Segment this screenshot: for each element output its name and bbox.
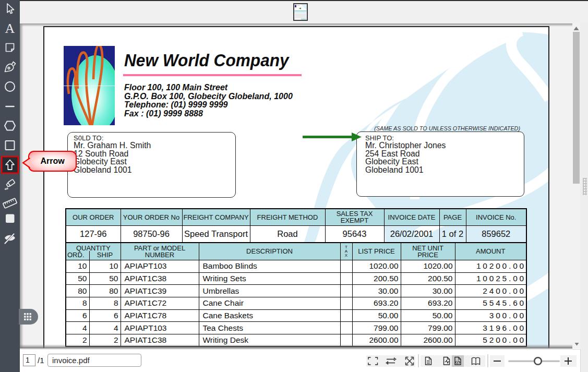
svg-text:A: A xyxy=(5,21,15,36)
